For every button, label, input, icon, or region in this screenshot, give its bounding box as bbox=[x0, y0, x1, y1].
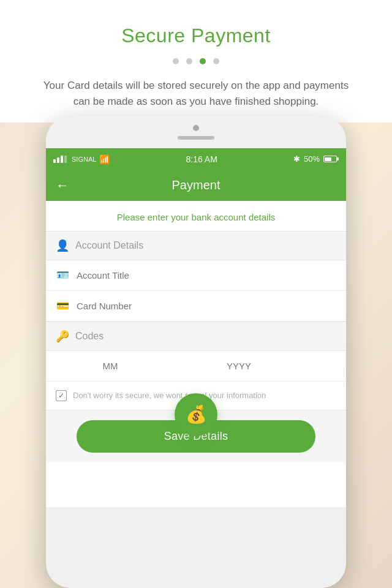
battery-tip bbox=[337, 157, 339, 160]
prompt-text: Please enter your bank account details bbox=[46, 201, 346, 231]
account-section-label: Account Details bbox=[75, 240, 143, 251]
signal-label: SIGNAL bbox=[72, 156, 96, 163]
subtitle-text: Your Card details will be stored securel… bbox=[37, 78, 355, 110]
fab-button[interactable]: 💰 bbox=[175, 393, 217, 436]
signal-dots bbox=[53, 156, 67, 163]
card-number-input[interactable] bbox=[77, 301, 336, 311]
page-title: Secure Payment bbox=[121, 24, 271, 47]
signal-dot-4 bbox=[64, 156, 67, 163]
month-input[interactable] bbox=[46, 351, 175, 381]
phone-speaker bbox=[178, 136, 214, 140]
fab-icon: 💰 bbox=[186, 404, 207, 424]
status-right: ✱ 50% bbox=[293, 154, 339, 164]
progress-dots bbox=[173, 58, 219, 64]
phone-top-bar bbox=[46, 116, 346, 148]
battery-icon bbox=[323, 156, 339, 162]
battery-percent: 50% bbox=[304, 154, 320, 164]
page-container: Secure Payment Your Card details will be… bbox=[0, 0, 392, 588]
year-input[interactable] bbox=[175, 351, 303, 381]
battery-body bbox=[323, 156, 337, 162]
phone-mockup: SIGNAL 📶 8:16 AM ✱ 50% ← bbox=[46, 116, 346, 588]
battery-fill bbox=[325, 157, 331, 161]
checkbox-icon[interactable]: ✓ bbox=[56, 390, 67, 401]
signal-dot-1 bbox=[53, 159, 56, 163]
dot-2 bbox=[186, 58, 192, 64]
dot-1 bbox=[173, 58, 179, 64]
date-cvv-row bbox=[46, 351, 346, 382]
codes-section-header: 🔑 Codes bbox=[46, 322, 346, 351]
account-title-row: 🪪 bbox=[46, 260, 346, 291]
wifi-icon: 📶 bbox=[99, 154, 110, 164]
cvv-input[interactable] bbox=[303, 351, 346, 381]
bluetooth-icon: ✱ bbox=[293, 154, 300, 164]
signal-dot-2 bbox=[57, 157, 59, 163]
card-number-row: 💳 bbox=[46, 291, 346, 322]
checkbox-check: ✓ bbox=[58, 391, 64, 400]
top-section: Secure Payment Your Card details will be… bbox=[0, 0, 392, 123]
signal-dot-3 bbox=[61, 156, 63, 163]
nav-bar: ← Payment bbox=[46, 170, 346, 201]
back-button[interactable]: ← bbox=[56, 178, 69, 194]
codes-section-label: Codes bbox=[75, 331, 104, 342]
phone-mockup-wrapper: SIGNAL 📶 8:16 AM ✱ 50% ← bbox=[0, 123, 392, 588]
account-section-header: 👤 Account Details bbox=[46, 231, 346, 260]
person-icon: 👤 bbox=[56, 239, 69, 252]
status-bar: SIGNAL 📶 8:16 AM ✱ 50% bbox=[46, 148, 346, 170]
status-time: 8:16 AM bbox=[186, 154, 217, 164]
checkbox-label: Don't worry its secure, we wont reveal y… bbox=[73, 391, 266, 400]
phone-camera bbox=[193, 125, 199, 131]
credit-card-icon: 💳 bbox=[56, 300, 69, 312]
account-title-input[interactable] bbox=[77, 270, 336, 281]
dot-4 bbox=[213, 58, 219, 64]
id-card-icon: 🪪 bbox=[56, 269, 69, 282]
submit-area: 💰 Save Details bbox=[46, 410, 346, 462]
nav-title: Payment bbox=[74, 178, 318, 192]
dot-3 bbox=[200, 58, 206, 64]
phone-content: Please enter your bank account details 👤… bbox=[46, 201, 346, 507]
key-icon: 🔑 bbox=[56, 330, 69, 343]
status-left: SIGNAL 📶 bbox=[53, 154, 110, 164]
